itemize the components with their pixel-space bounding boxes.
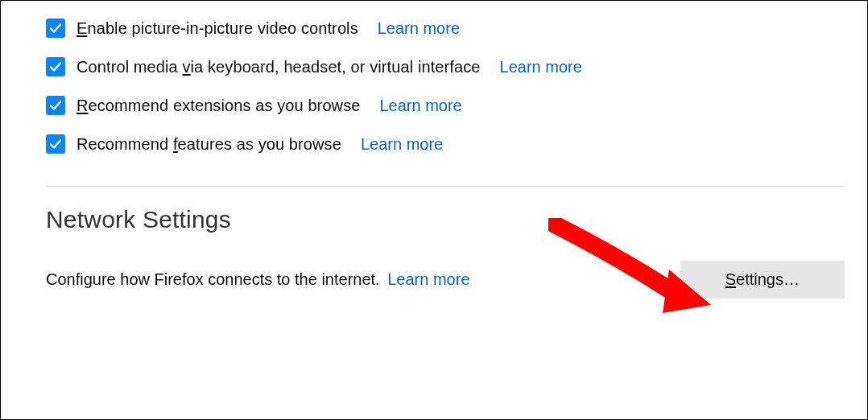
check-icon bbox=[49, 138, 62, 150]
network-settings-row: Configure how Firefox connects to the in… bbox=[46, 261, 845, 299]
learn-more-link[interactable]: Learn more bbox=[361, 135, 443, 154]
checkbox-enable-pip[interactable] bbox=[46, 19, 65, 38]
option-enable-pip: Enable picture-in-picture video controls… bbox=[46, 19, 845, 38]
checkbox-recommend-extensions[interactable] bbox=[46, 96, 65, 115]
network-settings-button[interactable]: Settings… bbox=[680, 261, 845, 299]
check-icon bbox=[49, 22, 62, 35]
option-label: Control media via keyboard, headset, or … bbox=[76, 58, 481, 76]
learn-more-link[interactable]: Learn more bbox=[500, 58, 582, 76]
option-recommend-features: Recommend features as you browse Learn m… bbox=[46, 134, 845, 154]
option-recommend-extensions: Recommend extensions as you browse Learn… bbox=[46, 96, 845, 115]
network-description: Configure how Firefox connects to the in… bbox=[46, 270, 470, 289]
learn-more-link[interactable]: Learn more bbox=[379, 97, 461, 115]
option-label: Recommend features as you browse bbox=[76, 135, 341, 154]
checkbox-recommend-features[interactable] bbox=[46, 134, 65, 154]
learn-more-link[interactable]: Learn more bbox=[378, 19, 460, 38]
option-label: Recommend extensions as you browse bbox=[76, 97, 360, 115]
option-label: Enable picture-in-picture video controls bbox=[76, 19, 358, 38]
network-settings-heading: Network Settings bbox=[46, 206, 845, 233]
option-control-media: Control media via keyboard, headset, or … bbox=[46, 57, 845, 76]
section-divider bbox=[46, 186, 845, 187]
check-icon bbox=[49, 60, 62, 73]
checkbox-control-media[interactable] bbox=[46, 57, 65, 76]
settings-panel: Enable picture-in-picture video controls… bbox=[0, 0, 868, 420]
check-icon bbox=[49, 99, 62, 112]
learn-more-link[interactable]: Learn more bbox=[387, 270, 469, 288]
